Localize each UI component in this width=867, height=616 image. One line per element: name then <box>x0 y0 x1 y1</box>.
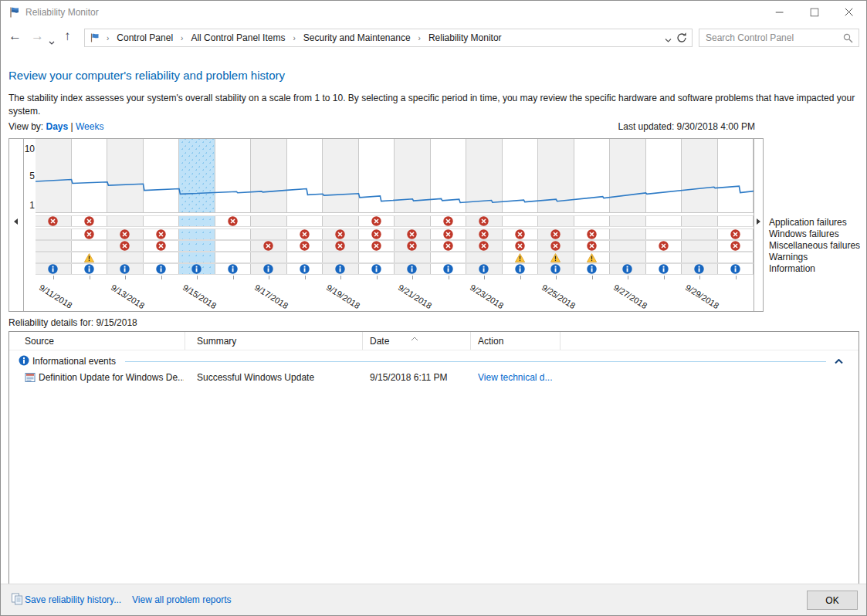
event-cell[interactable] <box>215 252 252 262</box>
maximize-button[interactable] <box>797 1 831 24</box>
event-cell[interactable] <box>431 241 467 251</box>
view-by-weeks-link[interactable]: Weeks <box>76 121 103 132</box>
event-cell[interactable] <box>323 229 359 239</box>
event-cell[interactable] <box>359 216 395 226</box>
event-cell[interactable] <box>574 252 611 262</box>
chart-scroll-left-strip[interactable] <box>9 139 24 311</box>
event-cell[interactable] <box>179 216 215 226</box>
ok-button[interactable]: OK <box>807 591 858 610</box>
event-cell[interactable] <box>538 241 574 251</box>
event-cell[interactable] <box>503 229 539 239</box>
event-cell[interactable] <box>466 216 503 226</box>
event-cell[interactable] <box>287 252 323 262</box>
event-cell[interactable] <box>431 216 467 226</box>
event-cell[interactable] <box>610 264 646 274</box>
event-cell[interactable] <box>466 252 503 262</box>
forward-button[interactable]: → <box>31 28 44 45</box>
event-cell[interactable] <box>179 241 215 251</box>
view-technical-details-link[interactable]: View technical d... <box>478 372 553 383</box>
view-all-problem-reports-link[interactable]: View all problem reports <box>132 594 232 605</box>
event-cell[interactable] <box>431 229 467 239</box>
back-button[interactable]: ← <box>8 28 22 45</box>
event-cell[interactable] <box>610 229 646 239</box>
event-cell[interactable] <box>359 252 395 262</box>
event-cell[interactable] <box>36 252 72 262</box>
event-cell[interactable] <box>215 229 252 239</box>
event-cell[interactable] <box>215 216 252 226</box>
event-cell[interactable] <box>538 216 574 226</box>
event-cell[interactable] <box>287 229 323 239</box>
event-cell[interactable] <box>359 241 395 251</box>
event-cell[interactable] <box>503 241 539 251</box>
event-cell[interactable] <box>718 229 754 239</box>
event-cell[interactable] <box>72 241 108 251</box>
event-cell[interactable] <box>538 252 574 262</box>
event-cell[interactable] <box>718 241 754 251</box>
event-cell[interactable] <box>144 264 180 274</box>
event-cell[interactable] <box>359 229 395 239</box>
column-header-summary[interactable]: Summary <box>185 332 363 350</box>
event-cell[interactable] <box>36 216 72 226</box>
event-cell[interactable] <box>359 264 395 274</box>
event-cell[interactable] <box>682 241 718 251</box>
event-cell[interactable] <box>107 252 144 262</box>
event-cell[interactable] <box>610 216 646 226</box>
event-cell[interactable] <box>251 252 287 262</box>
event-cell[interactable] <box>323 264 359 274</box>
address-bar[interactable]: ›Control Panel›All Control Panel Items›S… <box>84 29 693 47</box>
event-cell[interactable] <box>395 252 431 262</box>
event-cell[interactable] <box>179 264 215 274</box>
event-cell[interactable] <box>395 264 431 274</box>
event-cell[interactable] <box>179 229 215 239</box>
up-button[interactable]: ↑ <box>64 28 71 45</box>
event-cell[interactable] <box>610 252 646 262</box>
close-button[interactable] <box>831 1 866 24</box>
event-cell[interactable] <box>287 264 323 274</box>
scroll-right-icon[interactable] <box>757 218 760 225</box>
minimize-button[interactable] <box>762 1 797 24</box>
event-cell[interactable] <box>538 229 574 239</box>
search-input[interactable] <box>706 31 837 45</box>
breadcrumb-item[interactable]: Control Panel <box>112 32 178 43</box>
refresh-icon[interactable] <box>676 32 688 46</box>
event-cell[interactable] <box>466 229 503 239</box>
event-cell[interactable] <box>215 241 252 251</box>
event-cell[interactable] <box>287 216 323 226</box>
event-cell[interactable] <box>107 216 144 226</box>
event-cell[interactable] <box>646 229 682 239</box>
event-cell[interactable] <box>395 229 431 239</box>
event-cell[interactable] <box>107 264 144 274</box>
breadcrumb-item[interactable]: Security and Maintenance <box>299 32 415 43</box>
event-cell[interactable] <box>395 216 431 226</box>
event-cell[interactable] <box>144 252 180 262</box>
event-cell[interactable] <box>646 264 682 274</box>
event-cell[interactable] <box>682 229 718 239</box>
collapse-chevron-up-icon[interactable] <box>835 356 843 367</box>
event-cell[interactable] <box>72 229 108 239</box>
view-by-days-link[interactable]: Days <box>46 121 68 132</box>
event-cell[interactable] <box>431 252 467 262</box>
event-cell[interactable] <box>610 241 646 251</box>
breadcrumb-item[interactable]: All Control Panel Items <box>186 32 290 43</box>
event-cell[interactable] <box>323 216 359 226</box>
event-cell[interactable] <box>682 264 718 274</box>
event-cell[interactable] <box>646 216 682 226</box>
event-cell[interactable] <box>179 252 215 262</box>
table-row[interactable]: Definition Update for Windows De... Succ… <box>9 371 859 384</box>
group-row-informational-events[interactable]: Informational events <box>9 353 855 368</box>
event-cell[interactable] <box>107 241 144 251</box>
event-cell[interactable] <box>36 241 72 251</box>
event-cell[interactable] <box>466 264 503 274</box>
event-cell[interactable] <box>72 264 108 274</box>
column-header-source[interactable]: Source <box>9 332 185 350</box>
event-cell[interactable] <box>574 216 611 226</box>
event-cell[interactable] <box>395 241 431 251</box>
event-cell[interactable] <box>538 264 574 274</box>
breadcrumb-item[interactable]: Reliability Monitor <box>424 32 506 43</box>
event-cell[interactable] <box>574 241 611 251</box>
event-cell[interactable] <box>718 264 754 274</box>
event-cell[interactable] <box>682 252 718 262</box>
event-cell[interactable] <box>503 264 539 274</box>
event-cell[interactable] <box>574 229 611 239</box>
address-dropdown-chevron-icon[interactable] <box>665 35 672 46</box>
